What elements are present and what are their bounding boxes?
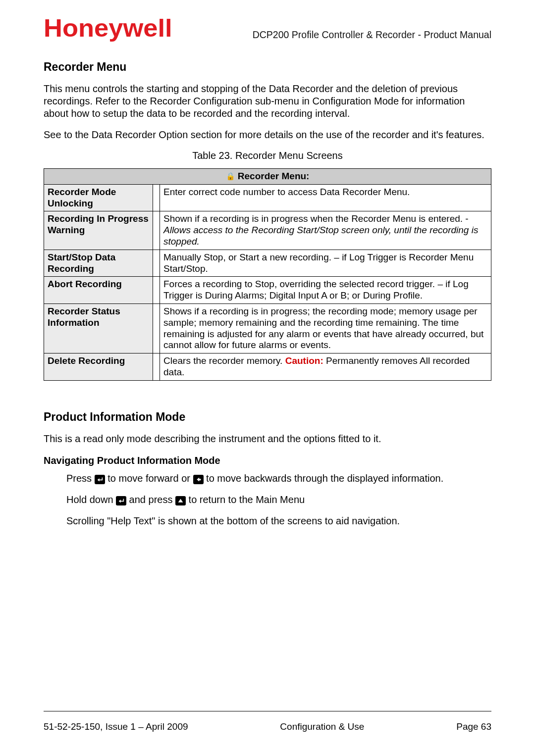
row-label: Recorder Mode Unlocking	[44, 184, 153, 211]
nav-text: to return to the Main Menu	[186, 494, 305, 505]
section-heading-product-info: Product Information Mode	[44, 410, 491, 424]
row-label: Abort Recording	[44, 277, 153, 304]
nav-line-1: Press to move forward or to move backwar…	[66, 472, 491, 485]
nav-text: Hold down	[66, 494, 116, 505]
row-desc: Manually Stop, or Start a new recording.…	[160, 250, 491, 277]
row-spacer	[153, 250, 160, 277]
recorder-menu-table: 🔒 Recorder Menu: Recorder Mode Unlocking…	[44, 168, 491, 381]
section1-para2: See to the Data Recorder Option section …	[44, 129, 491, 141]
row-label: Start/Stop Data Recording	[44, 250, 153, 277]
back-arrow-icon	[193, 475, 204, 484]
nav-text: to move forward or	[105, 473, 193, 484]
enter-forward-icon	[116, 496, 126, 505]
row-label: Delete Recording	[44, 353, 153, 381]
table-title: Table 23. Recorder Menu Screens	[44, 150, 491, 161]
svg-marker-0	[197, 477, 201, 481]
page-header: Honeywell DCP200 Profile Controller & Re…	[44, 14, 491, 43]
row-spacer	[153, 184, 160, 211]
row-desc-pre: Clears the recorder memory.	[163, 355, 285, 366]
footer-center: Configuration & Use	[280, 721, 364, 732]
row-desc: Shows if a recording is in progress; the…	[160, 303, 491, 353]
nav-text: and press	[126, 494, 175, 505]
table-row: Start/Stop Data Recording Manually Stop,…	[44, 250, 491, 277]
nav-line-3: Scrolling "Help Text" is shown at the bo…	[66, 515, 491, 527]
row-desc: Forces a recording to Stop, overriding t…	[160, 277, 491, 304]
row-label: Recording In Progress Warning	[44, 211, 153, 250]
up-arrow-icon	[175, 496, 186, 505]
table-row: Abort Recording Forces a recording to St…	[44, 277, 491, 304]
page-container: Honeywell DCP200 Profile Controller & Re…	[0, 0, 535, 756]
row-desc: Shown if a recording is in progress when…	[160, 211, 491, 250]
svg-marker-1	[178, 499, 183, 502]
table-row: Recorder Mode Unlocking Enter correct co…	[44, 184, 491, 211]
caution-label: Caution:	[285, 355, 323, 366]
row-desc: Clears the recorder memory. Caution: Per…	[160, 353, 491, 381]
row-spacer	[153, 211, 160, 250]
table-header-row: 🔒 Recorder Menu:	[44, 169, 491, 185]
nav-line-2: Hold down and press to return to the Mai…	[66, 494, 491, 506]
table-header-text: Recorder Menu:	[238, 171, 310, 181]
row-desc-pre: Shown if a recording is in progress when…	[163, 213, 469, 224]
enter-forward-icon	[95, 475, 105, 484]
page-footer: 51-52-25-150, Issue 1 – April 2009 Confi…	[44, 721, 491, 732]
section1-para1: This menu controls the starting and stop…	[44, 83, 491, 120]
row-desc-em: Allows access to the Recording Start/Sto…	[163, 225, 478, 247]
row-spacer	[153, 353, 160, 381]
lock-icon: 🔒	[226, 172, 235, 180]
row-label: Recorder Status Information	[44, 303, 153, 353]
nav-text: to move backwards through the displayed …	[204, 473, 444, 484]
footer-divider	[44, 711, 491, 711]
section-heading-recorder-menu: Recorder Menu	[44, 60, 491, 74]
row-spacer	[153, 277, 160, 304]
footer-right: Page 63	[456, 721, 491, 732]
subheading-navigating: Navigating Product Information Mode	[44, 455, 491, 466]
table-row: Recording In Progress Warning Shown if a…	[44, 211, 491, 250]
table-row: Delete Recording Clears the recorder mem…	[44, 353, 491, 381]
honeywell-logo: Honeywell	[44, 14, 172, 43]
row-spacer	[153, 303, 160, 353]
footer-left: 51-52-25-150, Issue 1 – April 2009	[44, 721, 188, 732]
section2-para1: This is a read only mode describing the …	[44, 433, 491, 445]
table-row: Recorder Status Information Shows if a r…	[44, 303, 491, 353]
row-desc: Enter correct code number to access Data…	[160, 184, 491, 211]
nav-text: Press	[66, 473, 95, 484]
document-title: DCP200 Profile Controller & Recorder - P…	[253, 29, 491, 41]
